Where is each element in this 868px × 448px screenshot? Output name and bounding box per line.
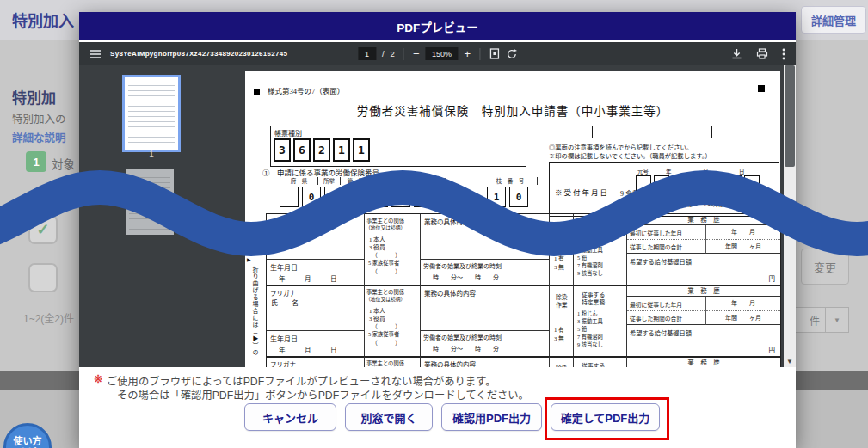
step-label: 対象 [52,155,75,172]
cancel-button[interactable]: キャンセル [244,403,336,431]
form-history-header: 業 務 歴 [627,214,780,225]
form-relation-label2: （地位又は続柄） [366,224,405,231]
fit-page-icon[interactable] [489,48,500,59]
scrollbar-down-icon[interactable]: ▼ [784,356,796,367]
form-first-month: 最初に従事した年月 [630,300,682,309]
form-type-digit: 3 [274,138,291,162]
highlight-red-box [545,397,669,440]
form-total-units: 年間 ヶ月 [706,240,780,254]
open-new-window-button[interactable]: 別窓で開く [345,403,433,431]
rotate-icon[interactable] [506,48,517,59]
insurance-number-digits: 0 0 0 0 0 0 1 0 [280,187,532,207]
form-tokutei-label2: 特定業務 [582,226,605,235]
scrollbar-thumb[interactable] [785,65,795,167]
form-relation-label2: （地位又は続柄） [366,295,405,303]
form-first-units: 年 月 [706,297,780,311]
pdf-toolbar: Sy8YeAIMpygnorfp087Xz4273348920230126162… [79,42,796,65]
zoom-level-value[interactable]: 150% [425,47,458,60]
form-josen-label2: 作業 [556,229,568,237]
form-type-digits: 3 6 2 1 1 [274,138,372,162]
form-furigana-label: フリガナ [270,288,296,298]
pdf-page: 様式第34号の7（表面） 労働者災害補償保険 特別加入申請書（中小事業主等） 帳… [245,71,780,367]
form-hours-cell: 労働者の始業及び終業の時刻 時 分～ 時 分 [421,260,550,285]
row-checkbox-checked[interactable]: ✓ [28,215,58,244]
page-number-input[interactable]: 1 [358,47,376,60]
zoom-out-button[interactable]: − [413,48,420,59]
insurance-digit [280,187,299,207]
form-work-label: 業務の具体的内容 [424,217,476,226]
col-office: 管 轄 [340,177,371,185]
form-person-block: フリガナ 氏 名 生年月日 年 月 日 事業主との関係 （地位又は続柄） 1 本… [266,213,781,286]
col-base-number: 基 幹 番 号 [371,177,483,185]
form-note-1: ◎裏面の注意事項を読んでから記載してください。 [549,143,693,151]
form-tokutei-9: 9 該当なし [577,341,603,348]
download-icon[interactable] [731,48,742,59]
pdf-scrollbar[interactable]: ▼ [784,65,796,367]
page-thumbnail-1[interactable] [122,75,181,152]
form-tokutei-cell: 従事する 特定業務 1 粉じん 3 振動工具 5 鉛 7 有機溶剤 9 該当なし [574,357,627,367]
form-first-units: 年 月 [706,225,780,240]
page-thumbnail-2[interactable] [126,169,174,235]
pdf-toolbar-center: 1 / 2 − 150% + [358,42,517,65]
form-base-amount: 希望する給付基礎日額 [630,257,692,266]
form-base-amount-cell: 希望する給付基礎日額 円 [627,254,780,285]
more-options-icon[interactable] [782,48,785,60]
confirm-pdf-output-button[interactable]: 確認用PDF出力 [441,403,542,431]
pdf-preview-modal: PDFプレビュー Sy8YeAIMpygnorfp087Xz4273348920… [79,12,796,448]
form-name-label: 氏 名 [271,298,299,307]
insurance-digit: 0 [347,187,366,207]
form-tokutei-9: 9 該当なし [577,269,603,277]
usage-navi-line1: 使い方 [6,436,49,447]
form-person-block: フリガナ 氏 名 生年月日 年 月 日 事業主との関係 （地位又は続柄） 1 本… [266,285,781,358]
form-yen: 円 [769,273,776,283]
print-icon[interactable] [756,48,768,59]
pdf-filename: Sy8YeAIMpygnorfp087Xz4273348920230126162… [110,50,287,58]
form-note-2: ※印の欄は記載しないでください。（職員が記載します。） [549,151,711,160]
change-button[interactable]: 変更 [801,249,849,285]
form-tokutei-3: 3 振動工具 [577,246,603,254]
form-josen-cell: 除染 作業 1 有 3 無 [550,214,574,285]
form-history-r1-label: 最初に従事した年月 [627,225,706,240]
thumbnail-1-label: 1 [122,150,181,159]
form-type-box: 帳票種別 3 6 2 1 1 [270,126,526,167]
form-style-number: 様式第34号の7（表面） [268,85,344,95]
form-relation-cell: 事業主との関係 （地位又は続柄） 1 本人 3 役員 （ ） 5 家族従事者 （… [365,214,421,285]
form-work-label: 業務の具体的内容 [424,288,476,298]
zoom-in-button[interactable]: + [464,48,471,59]
form-birth-label: 生年月日 [270,262,298,272]
form-history-header: 業 務 歴 [627,357,780,367]
form-work-cell: 業務の具体的内容 [421,285,550,331]
form-title: 労働者災害補償保険 特別加入申請書（中小事業主等） [280,101,746,119]
form-birth-cell: 生年月日 年 月 日 [267,260,365,285]
form-relation-cell: 事業主との関係 （地位又は続柄） 1 本人 3 役員 （ ） 5 家族従事者 （… [365,285,421,357]
form-history-cell: 業 務 歴 最初に従事した年月 年 月 従事した期間の合計 年間 ヶ月 希望する… [627,357,780,367]
fold-marker-icon: ▶ [247,256,251,262]
insurance-digit: 0 [414,187,433,207]
form-birth-units: 年 月 日 [279,345,337,354]
form-month-col: 月 [703,167,709,175]
form-history-cell: 業 務 歴 最初に従事した年月 年 月 従事した期間の合計 年間 ヶ月 希望する… [627,285,780,357]
form-tokutei-cell: 従事する 特定業務 1 粉じん 3 振動工具 5 鉛 7 有機溶剤 9 該当なし [574,285,627,357]
form-history-r2-label: 従事した期間の合計 [627,240,706,254]
detail-description-link[interactable]: 詳細な説明 [12,129,66,145]
menu-icon[interactable] [89,49,102,59]
form-receipt-digit-boxes [636,175,762,199]
insurance-digit: 0 [302,187,321,207]
row-checkbox-unchecked[interactable] [28,263,58,292]
form-base-amount: 希望する給付基礎日額 [630,328,692,337]
form-josen-yes: 1 有 [554,254,564,262]
form-tokutei-1: 1 粉じん [577,238,598,246]
form-birth-cell: 生年月日 年 月 日 [267,331,365,357]
insurance-digit: 0 [324,187,343,207]
thumbnail-texture [128,81,175,146]
form-josen-yes: 1 有 [554,325,564,334]
form-q1-label: ① 申請に係る事業の労働保険番号 [262,167,379,177]
form-first-month: 最初に従事した年月 [630,229,682,237]
detail-manage-button[interactable]: 詳細管理 [801,6,866,34]
insurance-number-headers: 府 県 所掌 管 轄 基 幹 番 号 枝 番 号 [280,177,538,185]
form-type-label: 帳票種別 [274,128,302,138]
col-branch-number: 枝 番 号 [483,177,538,185]
form-name-cell: フリガナ 氏 名 [267,285,365,331]
registration-mark [758,85,765,92]
section-heading: 特別加 [12,86,77,107]
